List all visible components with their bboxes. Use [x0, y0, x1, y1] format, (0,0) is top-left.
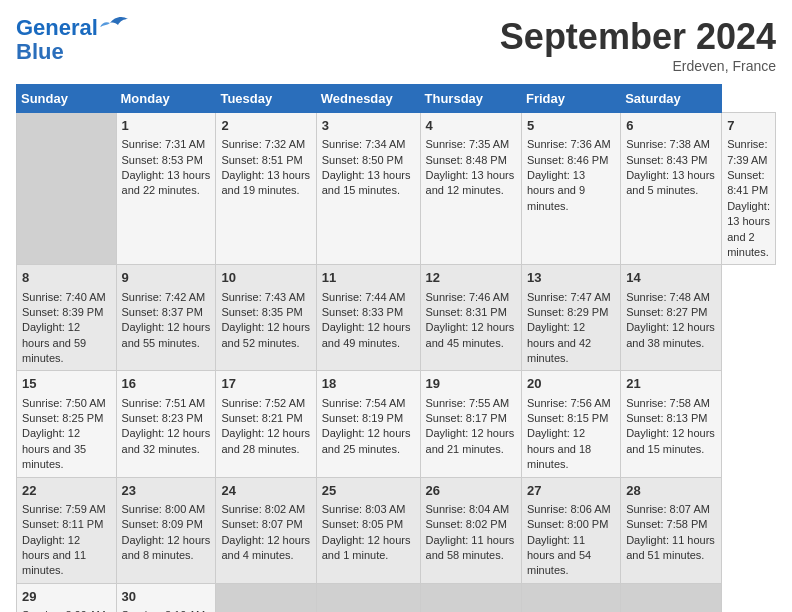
calendar-day-cell: 6Sunrise: 7:38 AMSunset: 8:43 PMDaylight… [621, 113, 722, 265]
logo-text: General [16, 16, 98, 40]
sunset-text: Sunset: 8:15 PM [527, 412, 608, 424]
month-title: September 2024 [500, 16, 776, 58]
weekday-header-sunday: Sunday [17, 85, 117, 113]
day-number: 23 [122, 482, 211, 500]
calendar-day-cell: 10Sunrise: 7:43 AMSunset: 8:35 PMDayligh… [216, 265, 316, 371]
sunrise-text: Sunrise: 7:55 AM [426, 397, 510, 409]
day-number: 2 [221, 117, 310, 135]
daylight-text: Daylight: 12 hours and 45 minutes. [426, 321, 515, 348]
sunset-text: Sunset: 8:43 PM [626, 154, 707, 166]
sunrise-text: Sunrise: 7:40 AM [22, 291, 106, 303]
sunset-text: Sunset: 8:07 PM [221, 518, 302, 530]
sunrise-text: Sunrise: 8:06 AM [527, 503, 611, 515]
calendar-day-cell: 16Sunrise: 7:51 AMSunset: 8:23 PMDayligh… [116, 371, 216, 477]
sunset-text: Sunset: 8:25 PM [22, 412, 103, 424]
calendar-day-cell [621, 583, 722, 612]
sunset-text: Sunset: 8:00 PM [527, 518, 608, 530]
day-number: 22 [22, 482, 111, 500]
sunrise-text: Sunrise: 8:00 AM [122, 503, 206, 515]
sunrise-text: Sunrise: 7:44 AM [322, 291, 406, 303]
sunrise-text: Sunrise: 7:54 AM [322, 397, 406, 409]
day-number: 27 [527, 482, 615, 500]
calendar-day-cell: 4Sunrise: 7:35 AMSunset: 8:48 PMDaylight… [420, 113, 521, 265]
daylight-text: Daylight: 13 hours and 22 minutes. [122, 169, 211, 196]
day-number: 9 [122, 269, 211, 287]
daylight-text: Daylight: 12 hours and 25 minutes. [322, 427, 411, 454]
daylight-text: Daylight: 13 hours and 15 minutes. [322, 169, 411, 196]
calendar-week-row: 8Sunrise: 7:40 AMSunset: 8:39 PMDaylight… [17, 265, 776, 371]
sunset-text: Sunset: 8:02 PM [426, 518, 507, 530]
calendar-day-cell: 19Sunrise: 7:55 AMSunset: 8:17 PMDayligh… [420, 371, 521, 477]
calendar-day-cell [522, 583, 621, 612]
daylight-text: Daylight: 12 hours and 15 minutes. [626, 427, 715, 454]
daylight-text: Daylight: 12 hours and 38 minutes. [626, 321, 715, 348]
calendar-day-cell: 26Sunrise: 8:04 AMSunset: 8:02 PMDayligh… [420, 477, 521, 583]
sunset-text: Sunset: 8:17 PM [426, 412, 507, 424]
sunset-text: Sunset: 8:29 PM [527, 306, 608, 318]
daylight-text: Daylight: 12 hours and 11 minutes. [22, 534, 86, 577]
sunrise-text: Sunrise: 8:04 AM [426, 503, 510, 515]
day-number: 16 [122, 375, 211, 393]
day-number: 18 [322, 375, 415, 393]
day-number: 25 [322, 482, 415, 500]
sunset-text: Sunset: 7:58 PM [626, 518, 707, 530]
daylight-text: Daylight: 12 hours and 8 minutes. [122, 534, 211, 561]
location: Erdeven, France [500, 58, 776, 74]
day-number: 4 [426, 117, 516, 135]
sunrise-text: Sunrise: 7:35 AM [426, 138, 510, 150]
daylight-text: Daylight: 11 hours and 58 minutes. [426, 534, 515, 561]
sunset-text: Sunset: 8:19 PM [322, 412, 403, 424]
calendar-day-cell: 24Sunrise: 8:02 AMSunset: 8:07 PMDayligh… [216, 477, 316, 583]
daylight-text: Daylight: 13 hours and 12 minutes. [426, 169, 515, 196]
daylight-text: Daylight: 12 hours and 52 minutes. [221, 321, 310, 348]
calendar-day-cell: 14Sunrise: 7:48 AMSunset: 8:27 PMDayligh… [621, 265, 722, 371]
sunrise-text: Sunrise: 7:52 AM [221, 397, 305, 409]
day-number: 5 [527, 117, 615, 135]
calendar-day-cell: 27Sunrise: 8:06 AMSunset: 8:00 PMDayligh… [522, 477, 621, 583]
day-number: 7 [727, 117, 770, 135]
calendar-day-cell [17, 113, 117, 265]
daylight-text: Daylight: 12 hours and 42 minutes. [527, 321, 591, 364]
daylight-text: Daylight: 11 hours and 54 minutes. [527, 534, 591, 577]
calendar-day-cell: 3Sunrise: 7:34 AMSunset: 8:50 PMDaylight… [316, 113, 420, 265]
daylight-text: Daylight: 12 hours and 18 minutes. [527, 427, 591, 470]
day-number: 14 [626, 269, 716, 287]
calendar-day-cell: 28Sunrise: 8:07 AMSunset: 7:58 PMDayligh… [621, 477, 722, 583]
sunrise-text: Sunrise: 7:36 AM [527, 138, 611, 150]
daylight-text: Daylight: 13 hours and 2 minutes. [727, 200, 770, 258]
daylight-text: Daylight: 12 hours and 59 minutes. [22, 321, 86, 364]
calendar-week-row: 29Sunrise: 8:09 AMSunset: 7:56 PMDayligh… [17, 583, 776, 612]
day-number: 19 [426, 375, 516, 393]
calendar-day-cell: 22Sunrise: 7:59 AMSunset: 8:11 PMDayligh… [17, 477, 117, 583]
calendar-day-cell: 25Sunrise: 8:03 AMSunset: 8:05 PMDayligh… [316, 477, 420, 583]
calendar-day-cell: 30Sunrise: 8:10 AMSunset: 7:54 PMDayligh… [116, 583, 216, 612]
sunrise-text: Sunrise: 7:46 AM [426, 291, 510, 303]
calendar-day-cell: 20Sunrise: 7:56 AMSunset: 8:15 PMDayligh… [522, 371, 621, 477]
sunrise-text: Sunrise: 7:58 AM [626, 397, 710, 409]
day-number: 3 [322, 117, 415, 135]
weekday-header-monday: Monday [116, 85, 216, 113]
sunset-text: Sunset: 8:48 PM [426, 154, 507, 166]
calendar-week-row: 15Sunrise: 7:50 AMSunset: 8:25 PMDayligh… [17, 371, 776, 477]
calendar-day-cell: 11Sunrise: 7:44 AMSunset: 8:33 PMDayligh… [316, 265, 420, 371]
calendar-day-cell: 21Sunrise: 7:58 AMSunset: 8:13 PMDayligh… [621, 371, 722, 477]
sunset-text: Sunset: 8:50 PM [322, 154, 403, 166]
sunrise-text: Sunrise: 7:59 AM [22, 503, 106, 515]
day-number: 29 [22, 588, 111, 606]
sunset-text: Sunset: 8:46 PM [527, 154, 608, 166]
calendar-day-cell: 17Sunrise: 7:52 AMSunset: 8:21 PMDayligh… [216, 371, 316, 477]
sunrise-text: Sunrise: 8:02 AM [221, 503, 305, 515]
weekday-header-thursday: Thursday [420, 85, 521, 113]
calendar-day-cell [316, 583, 420, 612]
calendar-week-row: 1Sunrise: 7:31 AMSunset: 8:53 PMDaylight… [17, 113, 776, 265]
daylight-text: Daylight: 12 hours and 1 minute. [322, 534, 411, 561]
weekday-header-tuesday: Tuesday [216, 85, 316, 113]
sunset-text: Sunset: 8:31 PM [426, 306, 507, 318]
day-number: 8 [22, 269, 111, 287]
day-number: 21 [626, 375, 716, 393]
calendar-day-cell: 2Sunrise: 7:32 AMSunset: 8:51 PMDaylight… [216, 113, 316, 265]
calendar-day-cell [216, 583, 316, 612]
sunrise-text: Sunrise: 7:48 AM [626, 291, 710, 303]
sunrise-text: Sunrise: 7:34 AM [322, 138, 406, 150]
sunrise-text: Sunrise: 7:43 AM [221, 291, 305, 303]
